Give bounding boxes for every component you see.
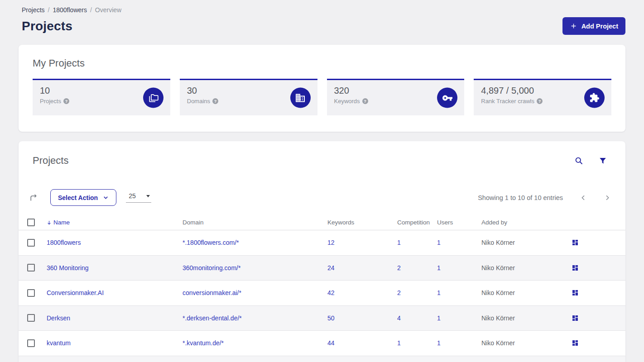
plus-icon — [570, 22, 577, 30]
chevron-left-icon — [580, 194, 587, 201]
stat-tile-domains: 30 Domains? — [180, 79, 317, 115]
stat-tile-crawls: 4,897 / 5,000 Rank Tracker crawls? — [474, 79, 611, 115]
row-checkbox[interactable] — [27, 239, 35, 247]
project-added-by: Niko Körner — [481, 339, 515, 347]
table-body: 1800flowers *.1800flowers.com/* 12 1 1 N… — [19, 230, 625, 356]
project-domain-link[interactable]: conversionmaker.ai/* — [183, 289, 241, 296]
pagination-prev-button[interactable] — [580, 194, 587, 201]
stat-tile-keywords: 320 Keywords? — [327, 79, 465, 115]
filter-icon[interactable] — [599, 157, 607, 165]
page-size-select[interactable]: 25 — [126, 192, 151, 203]
column-header-users[interactable]: Users — [437, 219, 481, 226]
my-projects-title: My Projects — [33, 57, 611, 69]
search-icon[interactable] — [574, 156, 583, 165]
project-domain-link[interactable]: *.derksen-dental.de/* — [183, 314, 242, 322]
help-icon[interactable]: ? — [362, 98, 368, 104]
select-action-label: Select Action — [58, 194, 98, 201]
breadcrumb-separator: / — [48, 6, 50, 14]
help-icon[interactable]: ? — [537, 98, 543, 104]
row-checkbox[interactable] — [27, 264, 35, 272]
add-project-label: Add Project — [582, 23, 618, 30]
projects-table: Name Domain Keywords Competition Users A… — [19, 215, 625, 362]
project-keywords-link[interactable]: 12 — [327, 239, 335, 246]
page-size-value: 25 — [129, 192, 136, 200]
dashboard-icon[interactable] — [572, 239, 625, 246]
projects-stack-icon — [143, 88, 163, 108]
pagination-status: Showing 1 to 10 of 10 entries — [478, 194, 563, 201]
column-header-keywords[interactable]: Keywords — [327, 219, 397, 226]
pagination-next-button[interactable] — [604, 194, 611, 201]
project-added-by: Niko Körner — [481, 314, 515, 322]
project-keywords-link[interactable]: 50 — [327, 314, 335, 322]
project-name-link[interactable]: 1800flowers — [47, 239, 81, 246]
project-name-link[interactable]: Conversionmaker.AI — [47, 289, 104, 296]
project-users-link[interactable]: 1 — [437, 289, 441, 296]
project-domain-link[interactable]: *.kvantum.de/* — [183, 339, 224, 347]
table-row: kvantum *.kvantum.de/* 44 1 1 Niko Körne… — [19, 331, 625, 356]
breadcrumb-projects[interactable]: Projects — [22, 6, 45, 14]
table-row-partial — [19, 356, 625, 362]
forward-arrow-icon[interactable] — [29, 193, 38, 202]
dashboard-icon[interactable] — [572, 314, 625, 322]
select-all-checkbox[interactable] — [27, 219, 35, 226]
table-header: Name Domain Keywords Competition Users A… — [19, 215, 625, 230]
sort-desc-icon — [47, 220, 52, 225]
table-row: Conversionmaker.AI conversionmaker.ai/* … — [19, 281, 625, 306]
table-row: 360 Monitoring 360monitoring.com/* 24 2 … — [19, 256, 625, 281]
project-competition-link[interactable]: 1 — [397, 239, 401, 246]
stat-label: Rank Tracker crawls — [481, 98, 534, 105]
project-domain-link[interactable]: *.1800flowers.com/* — [183, 239, 239, 246]
project-users-link[interactable]: 1 — [437, 314, 441, 322]
column-header-name[interactable]: Name — [47, 219, 183, 226]
stat-label: Projects — [40, 98, 61, 105]
select-action-dropdown[interactable]: Select Action — [50, 189, 116, 206]
title-row: Projects Add Project — [19, 17, 625, 35]
row-checkbox[interactable] — [27, 289, 35, 297]
building-icon — [290, 88, 311, 108]
projects-card-title: Projects — [33, 155, 68, 167]
project-domain-link[interactable]: 360monitoring.com/* — [183, 264, 240, 272]
row-checkbox[interactable] — [27, 339, 35, 347]
breadcrumb-1800flowers[interactable]: 1800flowers — [53, 6, 87, 14]
table-toolbar: Select Action 25 Showing 1 to 10 of 10 e… — [19, 189, 625, 206]
breadcrumb: Projects / 1800flowers / Overview — [19, 0, 625, 14]
select-arrow-icon — [146, 195, 150, 197]
column-header-added-by[interactable]: Added by — [481, 219, 572, 226]
project-keywords-link[interactable]: 44 — [327, 339, 335, 347]
project-added-by: Niko Körner — [481, 239, 515, 246]
project-users-link[interactable]: 1 — [437, 239, 441, 246]
page: Projects / 1800flowers / Overview Projec… — [0, 0, 644, 362]
dashboard-icon[interactable] — [572, 289, 625, 296]
project-name-link[interactable]: Derksen — [47, 314, 70, 322]
page-title: Projects — [22, 19, 72, 33]
row-checkbox[interactable] — [27, 314, 35, 322]
stat-tiles: 10 Projects? 30 Domains? 320 Keywor — [33, 79, 611, 115]
project-users-link[interactable]: 1 — [437, 339, 441, 347]
project-competition-link[interactable]: 2 — [397, 264, 401, 272]
project-competition-link[interactable]: 1 — [397, 339, 401, 347]
project-name-link[interactable]: 360 Monitoring — [47, 264, 89, 272]
add-project-button[interactable]: Add Project — [562, 17, 625, 35]
project-keywords-link[interactable]: 42 — [327, 289, 335, 296]
project-keywords-link[interactable]: 24 — [327, 264, 335, 272]
column-header-domain[interactable]: Domain — [183, 219, 327, 226]
project-competition-link[interactable]: 4 — [397, 314, 401, 322]
table-row: Derksen *.derksen-dental.de/* 50 4 1 Nik… — [19, 306, 625, 331]
chevron-right-icon — [604, 194, 611, 201]
column-header-competition[interactable]: Competition — [397, 219, 437, 226]
help-icon[interactable]: ? — [63, 98, 69, 104]
projects-table-card: Projects Select Action 25 — [19, 141, 625, 362]
project-name-link[interactable]: kvantum — [47, 339, 71, 347]
project-users-link[interactable]: 1 — [437, 264, 441, 272]
stat-tile-projects: 10 Projects? — [33, 79, 170, 115]
project-added-by: Niko Körner — [481, 264, 515, 272]
my-projects-card: My Projects 10 Projects? 30 Domains? — [19, 45, 625, 132]
table-row: 1800flowers *.1800flowers.com/* 12 1 1 N… — [19, 230, 625, 256]
dashboard-icon[interactable] — [572, 339, 625, 347]
key-icon — [437, 88, 457, 108]
help-icon[interactable]: ? — [212, 98, 218, 104]
project-competition-link[interactable]: 2 — [397, 289, 401, 296]
dashboard-icon[interactable] — [572, 264, 625, 272]
project-added-by: Niko Körner — [481, 289, 515, 296]
breadcrumb-overview: Overview — [95, 6, 121, 14]
